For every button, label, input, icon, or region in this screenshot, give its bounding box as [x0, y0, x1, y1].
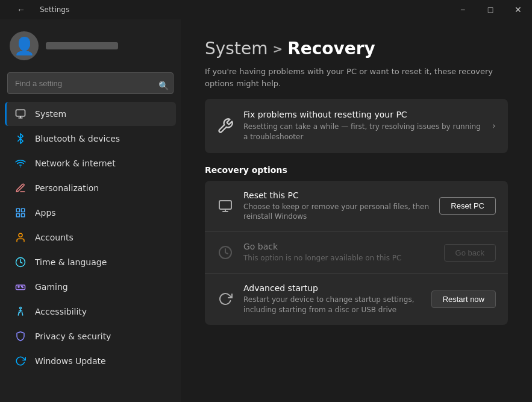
go-back-desc: This option is no longer available on th… [243, 253, 434, 263]
sidebar-item-label: Windows Update [35, 356, 106, 366]
svg-rect-0 [16, 110, 25, 116]
apps-icon [14, 207, 27, 219]
wrench-icon [217, 118, 234, 134]
svg-rect-4 [16, 214, 19, 217]
sidebar-item-gaming[interactable]: Gaming [5, 275, 176, 299]
profile-name [46, 42, 118, 49]
maximize-button[interactable]: □ [477, 0, 504, 19]
reset-pc-row: Reset this PC Choose to keep or remove y… [205, 181, 508, 232]
search-input[interactable] [7, 72, 174, 94]
advanced-startup-desc: Restart your device to change startup se… [243, 295, 422, 315]
reset-pc-button[interactable]: Reset PC [439, 197, 496, 215]
sidebar-item-accounts[interactable]: Accounts [5, 225, 176, 250]
advanced-startup-title: Advanced startup [243, 283, 422, 293]
fix-card-desc: Resetting can take a while — first, try … [243, 122, 483, 142]
sidebar-item-accessibility[interactable]: Accessibility [5, 300, 176, 324]
go-back-row: Go back This option is no longer availab… [205, 231, 508, 273]
titlebar: ← Settings − □ ✕ [0, 0, 532, 19]
sidebar: 👤 🔍 System Bluetooth & devices Network &… [0, 19, 181, 402]
advanced-startup-row: Advanced startup Restart your device to … [205, 273, 508, 325]
sidebar-item-label: System [35, 109, 66, 119]
app-body: 👤 🔍 System Bluetooth & devices Network &… [0, 19, 532, 402]
accessibility-icon [14, 306, 27, 318]
fix-problems-card[interactable]: Fix problems without resetting your PC R… [205, 99, 508, 153]
go-back-text: Go back This option is no longer availab… [243, 242, 434, 263]
fix-card-title: Fix problems without resetting your PC [243, 110, 483, 119]
sidebar-item-label: Accounts [35, 233, 74, 242]
sidebar-item-label: Apps [35, 208, 56, 218]
sidebar-item-label: Bluetooth & devices [35, 134, 120, 143]
avatar: 👤 [10, 31, 39, 60]
reset-pc-title: Reset this PC [243, 190, 430, 200]
svg-rect-12 [219, 201, 231, 209]
svg-point-5 [19, 233, 22, 237]
bluetooth-icon [14, 133, 27, 145]
breadcrumb-chevron: > [272, 42, 283, 56]
sidebar-item-label: Privacy & security [35, 331, 111, 341]
personalization-icon [14, 182, 27, 194]
back-button[interactable]: ← [7, 0, 35, 19]
system-icon [14, 108, 27, 120]
sidebar-item-privacy[interactable]: Privacy & security [5, 324, 176, 348]
windows-update-icon [14, 355, 27, 367]
recovery-options-heading: Recovery options [205, 165, 508, 175]
sidebar-item-label: Time & language [35, 257, 107, 267]
sidebar-item-bluetooth[interactable]: Bluetooth & devices [5, 127, 176, 151]
svg-rect-2 [22, 209, 25, 212]
sidebar-item-personalization[interactable]: Personalization [5, 176, 176, 200]
privacy-icon [14, 330, 27, 342]
reset-pc-text: Reset this PC Choose to keep or remove y… [243, 190, 430, 222]
sidebar-item-label: Accessibility [35, 307, 87, 316]
network-icon [14, 157, 27, 169]
breadcrumb-parent: System [205, 39, 268, 58]
nav-list: System Bluetooth & devices Network & int… [0, 101, 181, 374]
svg-rect-3 [22, 214, 25, 217]
advanced-startup-text: Advanced startup Restart your device to … [243, 283, 422, 315]
window-controls: − □ ✕ [449, 0, 532, 19]
minimize-button[interactable]: − [449, 0, 477, 19]
sidebar-item-windows-update[interactable]: Windows Update [5, 349, 176, 373]
breadcrumb: System > Recovery [205, 39, 508, 58]
sidebar-item-time[interactable]: Time & language [5, 250, 176, 274]
restart-icon [217, 291, 234, 307]
page-header: System > Recovery If you're having probl… [205, 39, 508, 89]
sidebar-item-apps[interactable]: Apps [5, 201, 176, 225]
app-title: Settings [40, 5, 69, 14]
gaming-icon [14, 281, 27, 293]
svg-rect-1 [16, 209, 19, 212]
fix-problems-link[interactable]: Fix problems without resetting your PC R… [205, 99, 508, 153]
main-content: System > Recovery If you're having probl… [181, 19, 532, 402]
close-button[interactable]: ✕ [504, 0, 532, 19]
reset-icon [217, 198, 234, 215]
svg-point-10 [22, 287, 23, 288]
time-icon [14, 256, 27, 268]
recovery-options-card: Reset this PC Choose to keep or remove y… [205, 181, 508, 325]
titlebar-left: ← Settings [7, 0, 69, 19]
sidebar-item-label: Personalization [35, 183, 99, 193]
sidebar-item-network[interactable]: Network & internet [5, 151, 176, 175]
search-container: 🔍 [0, 70, 181, 101]
profile-section[interactable]: 👤 [0, 19, 181, 70]
user-icon: 👤 [14, 36, 35, 56]
sidebar-item-system[interactable]: System [5, 102, 176, 126]
clock-icon [217, 244, 234, 261]
chevron-right-icon: › [492, 120, 496, 131]
page-subtitle: If you're having problems with your PC o… [205, 66, 508, 89]
reset-pc-desc: Choose to keep or remove your personal f… [243, 202, 430, 222]
go-back-title: Go back [243, 242, 434, 251]
accounts-icon [14, 231, 27, 243]
sidebar-item-label: Network & internet [35, 159, 116, 168]
fix-card-text: Fix problems without resetting your PC R… [243, 110, 483, 142]
restart-now-button[interactable]: Restart now [431, 291, 496, 308]
go-back-button: Go back [444, 244, 496, 262]
sidebar-item-label: Gaming [35, 282, 68, 292]
page-title: Recovery [287, 39, 375, 58]
